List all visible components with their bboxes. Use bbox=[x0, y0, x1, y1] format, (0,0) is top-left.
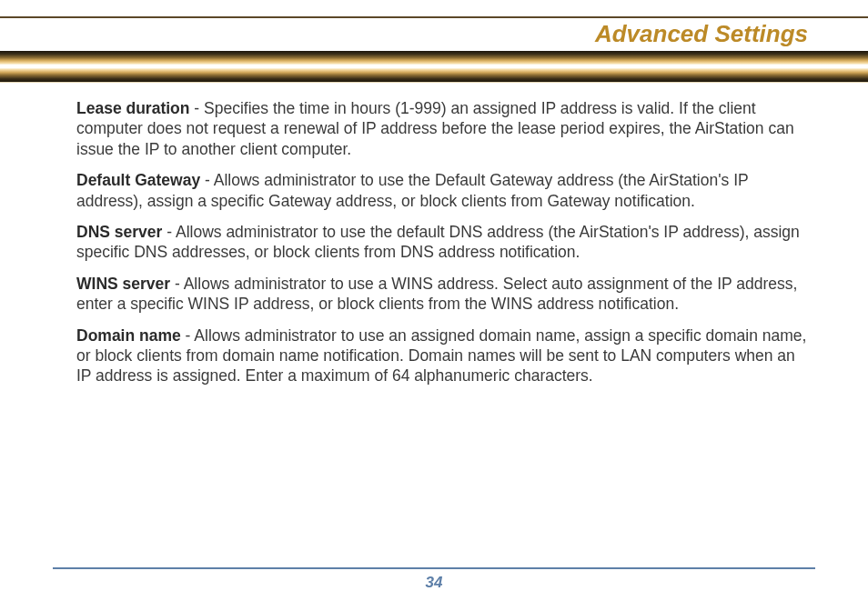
header-gradient-bar bbox=[0, 51, 868, 83]
definitions-list: Lease duration - Specifies the time in h… bbox=[76, 98, 810, 397]
definition-desc: - Allows administrator to use an assigne… bbox=[76, 326, 806, 386]
definition-item: Lease duration - Specifies the time in h… bbox=[76, 98, 810, 159]
definition-term: Domain name bbox=[76, 326, 181, 345]
page-title: Advanced Settings bbox=[0, 18, 868, 51]
page: Advanced Settings Lease duration - Speci… bbox=[0, 0, 868, 601]
page-header: Advanced Settings bbox=[0, 0, 868, 83]
definition-desc: - Allows administrator to use the defaul… bbox=[76, 223, 800, 261]
definition-desc: - Allows administrator to use a WINS add… bbox=[76, 275, 797, 313]
footer-rule bbox=[53, 567, 815, 569]
definition-item: Default Gateway - Allows administrator t… bbox=[76, 170, 810, 211]
definition-item: Domain name - Allows administrator to us… bbox=[76, 326, 810, 386]
definition-term: WINS server bbox=[76, 275, 170, 293]
page-number: 34 bbox=[0, 574, 868, 592]
definition-item: WINS server - Allows administrator to us… bbox=[76, 274, 810, 315]
definition-term: Default Gateway bbox=[76, 171, 205, 189]
definition-term: DNS server bbox=[76, 223, 162, 241]
definition-term: Lease duration bbox=[76, 99, 189, 117]
definition-item: DNS server - Allows administrator to use… bbox=[76, 222, 810, 263]
